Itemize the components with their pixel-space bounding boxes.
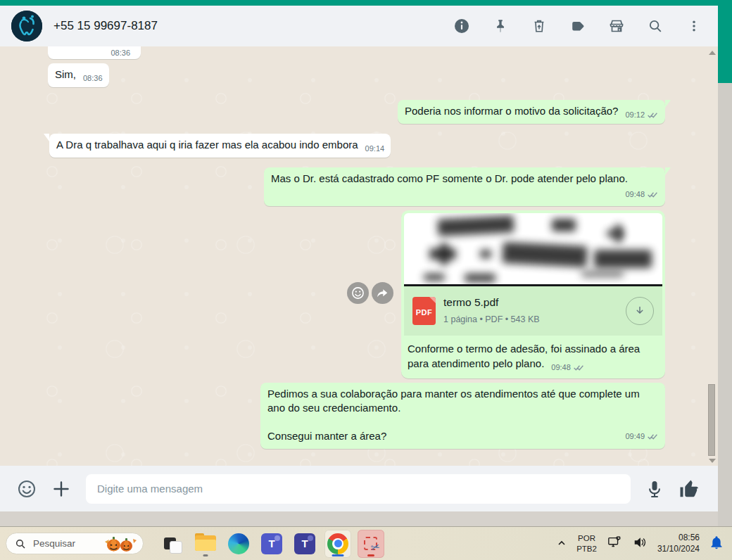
message-row: Pedimos a sua colaboração para manter os… [44, 383, 665, 449]
message-text: Sim, [55, 68, 76, 80]
tray-time: 08:56 [657, 533, 700, 544]
clock[interactable]: 08:56 31/10/2024 [657, 533, 700, 554]
incoming-message[interactable]: Sim,08:36 [48, 63, 109, 87]
menu-icon[interactable] [686, 18, 702, 34]
message-row: 08:36 [48, 46, 665, 59]
tray-date: 31/10/2024 [657, 544, 700, 555]
active-indicator [367, 554, 374, 556]
pdf-badge: PDF [416, 305, 433, 319]
outgoing-message[interactable]: Poderia nos informar o motivo da solicit… [398, 100, 665, 124]
background-window-edge-green [718, 6, 732, 83]
message-text: Consegui manter a área? [267, 429, 386, 443]
message-input[interactable] [86, 474, 631, 504]
download-button[interactable] [626, 297, 654, 325]
file-explorer-icon [195, 535, 216, 552]
dental-logo-icon [11, 11, 42, 42]
scrollbar-thumb[interactable] [708, 384, 715, 456]
document-filename: termo 5.pdf [443, 295, 618, 310]
incoming-message[interactable]: A Dra q trabalhava aqui q iria fazer mas… [49, 134, 391, 158]
message-row: PDF termo 5.pdf 1 página • PDF • 543 KB … [44, 210, 665, 378]
snipping-tool-icon: ✂ [360, 533, 382, 555]
message-time: 09:12 [625, 108, 645, 122]
volume-icon[interactable] [632, 535, 648, 552]
scroll-down-arrow-icon[interactable] [709, 459, 716, 463]
double-check-icon [647, 111, 659, 119]
double-check-icon [647, 433, 659, 440]
notification-bell-icon[interactable] [709, 535, 724, 553]
storefront-icon[interactable] [608, 18, 625, 34]
contact-avatar[interactable] [11, 11, 42, 42]
teams-classic-icon: T [261, 533, 282, 554]
file-explorer-button[interactable] [192, 530, 219, 558]
chrome-button[interactable] [324, 530, 351, 558]
tray-overflow-chevron-icon[interactable] [557, 538, 567, 550]
microphone-icon[interactable] [646, 480, 663, 498]
search-icon[interactable] [647, 18, 664, 34]
document-caption: Conforme o termo de adesão, foi assinado… [408, 343, 640, 369]
double-check-icon [573, 364, 585, 371]
message-time: 08:36 [111, 46, 130, 60]
outgoing-document-message[interactable]: PDF termo 5.pdf 1 página • PDF • 543 KB … [401, 210, 665, 378]
message-composer [0, 466, 718, 511]
screen: +55 15 99697-8187 [0, 0, 732, 560]
message-text: Mas o Dr. está cadastrado como PF soment… [271, 172, 659, 186]
language-code: POR [576, 533, 597, 543]
message-time: 09:48 [551, 360, 571, 375]
outgoing-message[interactable]: Pedimos a sua colaboração para manter os… [260, 383, 665, 449]
hover-actions [347, 282, 393, 304]
contact-phone-title[interactable]: +55 15 99697-8187 [53, 19, 453, 33]
message-row: Mas o Dr. está cadastrado como PF soment… [44, 167, 665, 206]
message-row: Sim,08:36 [48, 63, 665, 87]
search-seasonal-art [102, 535, 139, 553]
active-indicator [332, 554, 344, 556]
running-indicator [203, 554, 208, 556]
info-icon[interactable] [453, 18, 470, 34]
message-time: 09:49 [625, 429, 645, 443]
message-time: 09:48 [625, 187, 645, 201]
smiley-icon [351, 286, 365, 300]
teams-new-button[interactable]: T [291, 530, 318, 558]
system-tray: POR PTB2 08:56 31/10/2024 [557, 533, 726, 554]
message-time: 08:36 [83, 71, 103, 85]
attach-plus-icon[interactable] [52, 480, 70, 498]
message-row: Poderia nos informar o motivo da solicit… [44, 100, 665, 124]
message-time: 09:14 [365, 141, 385, 155]
teams-classic-button[interactable]: T [258, 530, 285, 558]
teams-new-icon: T [294, 533, 315, 554]
message-text: A Dra q trabalhava aqui q iria fazer mas… [56, 139, 358, 151]
clear-chat-icon[interactable] [531, 18, 548, 34]
forward-icon [376, 286, 389, 300]
message-list[interactable]: 08:36 Sim,08:36 Poderia nos informar o m… [0, 46, 718, 466]
document-file-chip[interactable]: PDF termo 5.pdf 1 página • PDF • 543 KB [404, 286, 662, 336]
keyboard-layout: PTB2 [576, 544, 597, 554]
language-indicator[interactable]: POR PTB2 [576, 533, 597, 554]
pin-icon[interactable] [492, 18, 509, 34]
taskbar-apps: T T ✂ [159, 530, 384, 558]
chat-scrollbar[interactable] [707, 48, 716, 464]
outgoing-message[interactable]: Mas o Dr. está cadastrado como PF soment… [264, 167, 665, 206]
scroll-up-arrow-icon[interactable] [709, 51, 716, 55]
document-meta: 1 página • PDF • 543 KB [443, 312, 618, 326]
message-text: Pedimos a sua colaboração para manter os… [267, 387, 659, 415]
taskbar-search-input[interactable] [32, 537, 95, 549]
taskbar-search[interactable] [6, 533, 144, 554]
document-preview-thumbnail[interactable] [404, 213, 662, 286]
add-reaction-button[interactable] [347, 282, 369, 304]
window-accent-bar [0, 0, 732, 6]
snipping-tool-button[interactable]: ✂ [358, 530, 384, 558]
task-view-button[interactable] [159, 530, 186, 558]
background-window-edge-gray [718, 83, 732, 526]
emoji-icon[interactable] [17, 479, 37, 499]
forward-button[interactable] [372, 282, 393, 304]
label-icon[interactable] [569, 18, 586, 34]
document-info: termo 5.pdf 1 página • PDF • 543 KB [443, 295, 618, 326]
thumbs-up-icon[interactable] [679, 478, 700, 499]
pdf-file-icon: PDF [412, 297, 436, 325]
incoming-message-cutoff[interactable]: 08:36 [48, 46, 141, 59]
network-icon[interactable] [607, 535, 622, 552]
header-toolbar [453, 18, 702, 34]
message-text: Poderia nos informar o motivo da solicit… [405, 105, 619, 117]
double-check-icon [647, 191, 659, 198]
search-icon [15, 538, 26, 549]
edge-button[interactable] [225, 530, 252, 558]
